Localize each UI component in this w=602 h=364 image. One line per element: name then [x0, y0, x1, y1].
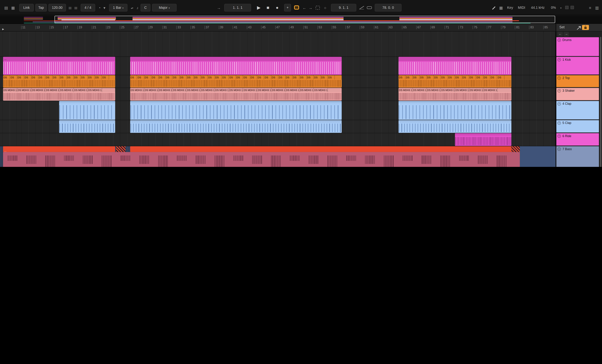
sample-rate-field[interactable]: 44.1 kHz	[529, 4, 547, 12]
follow-icon[interactable]: →	[216, 5, 222, 11]
key-map-button[interactable]: Key	[505, 4, 515, 12]
loop-length-field[interactable]: 78. 0. 0	[375, 4, 402, 12]
track-row-3-shaker[interactable]: DS MDH3 123DS MDH3 123DS MDH3 123DS MDH3…	[0, 88, 556, 101]
fold-icon[interactable]: ▾	[558, 134, 561, 138]
clip-5-clap[interactable]	[130, 120, 342, 133]
group-icon[interactable]: ●	[558, 38, 561, 42]
panel-toggle-icon[interactable]: ▥	[594, 5, 600, 11]
meter-lines-icon[interactable]: ≡	[587, 5, 593, 11]
track-row-5-clap[interactable]	[0, 120, 556, 133]
clip-label: DS	[420, 75, 427, 79]
clip-4-clap[interactable]	[59, 101, 115, 120]
track-header-6-ride[interactable]: ▾6 Ride	[556, 133, 599, 146]
arrangement-position-field[interactable]: 1. 1. 1	[224, 4, 251, 12]
clip-1-kick[interactable]	[130, 57, 342, 75]
clip-7-bass[interactable]	[511, 146, 520, 152]
clip-label: DS MDH3 123	[243, 88, 257, 92]
quantize-select[interactable]: 1 Bar▾	[109, 4, 128, 12]
panel-divider[interactable]	[556, 24, 556, 167]
clip-7-bass[interactable]	[3, 152, 520, 167]
sections-icon[interactable]: ▦	[10, 5, 16, 11]
clip-7-bass[interactable]: ...	[3, 146, 115, 152]
link-button[interactable]: Link	[19, 4, 34, 12]
key-scale-select[interactable]: Major▾	[152, 4, 177, 12]
window-icon[interactable]: ▤	[3, 5, 9, 11]
jump-left-button[interactable]: ←	[558, 32, 563, 36]
track-header-1-kick[interactable]: ▾1 Kick	[556, 57, 599, 75]
fold-icon[interactable]: ▾	[558, 58, 561, 61]
nudge-down-icon[interactable]: ||||	[68, 5, 73, 11]
clip-5-clap[interactable]	[398, 120, 511, 133]
capture-box-icon[interactable]	[316, 6, 320, 10]
clip-5-clap[interactable]	[59, 120, 115, 133]
bar-ruler[interactable]: 1113151719212325272931333537394143454749…	[0, 24, 556, 32]
key-root-select[interactable]: C	[140, 4, 150, 12]
arrangement-start-marker-icon[interactable]: ▶	[2, 28, 4, 30]
fold-icon[interactable]: ▾	[558, 102, 561, 106]
track-row-6-ride[interactable]	[0, 133, 556, 146]
track-header-3-shaker[interactable]: ▾3 Shaker	[556, 88, 599, 100]
scale-icon[interactable]: ♪	[135, 5, 140, 11]
fold-icon[interactable]: ▾	[558, 76, 561, 80]
track-header-7-bass[interactable]: ▾7 Bass	[556, 146, 599, 167]
clip-label: DS MDH3 123	[455, 88, 469, 92]
record-button[interactable]: ●	[273, 5, 281, 11]
track-header-4-clap[interactable]: ▾4 Clap	[556, 101, 599, 119]
clip-2-top[interactable]: DSDSDSDSDSDSDSDSDSDSDSDSDSDSDSDSDSDSDSDS…	[130, 75, 342, 87]
clip-7-bass[interactable]	[130, 146, 511, 152]
play-button[interactable]: ▶	[255, 5, 263, 11]
follow-arrow-icon[interactable]	[576, 25, 582, 32]
clip-label: DS MDH3 123	[229, 88, 243, 92]
stop-button[interactable]: ■	[264, 5, 272, 11]
set-button[interactable]: Set	[559, 25, 565, 29]
track-header-5-clap[interactable]: ▾5 Clap	[556, 120, 599, 133]
fold-icon[interactable]: ▾	[558, 121, 561, 125]
cpu-caret-icon[interactable]: ▾	[559, 5, 563, 11]
loop-start-field[interactable]: 9. 1. 1	[331, 4, 356, 12]
keymap-grid-icon[interactable]: ▦	[498, 5, 504, 11]
punch-in-icon[interactable]	[359, 5, 365, 11]
plus-button[interactable]: +	[284, 4, 291, 12]
clip-label: DS	[10, 75, 17, 79]
clip-2-top[interactable]: DSDSDSDSDSDSDSDSDSDSDSDSDSDSDS	[3, 75, 115, 87]
clip-1-kick[interactable]	[398, 57, 511, 75]
fold-icon[interactable]: ▾	[558, 89, 561, 93]
clip-3-shaker[interactable]: DS MDH3 123DS MDH3 123DS MDH3 123DS MDH3…	[398, 88, 511, 100]
track-header-drums[interactable]: ●Drums	[556, 37, 599, 56]
track-row-7-bass[interactable]: ...	[0, 146, 556, 167]
clip-7-bass[interactable]	[116, 146, 126, 152]
track-row-1-kick[interactable]: ...	[0, 57, 556, 75]
clip-6-ride[interactable]	[455, 133, 512, 146]
tempo-field[interactable]: 120.00	[48, 4, 66, 12]
fold-icon[interactable]: ▾	[558, 148, 561, 151]
track-row-drums[interactable]	[0, 37, 556, 57]
punch-circle-icon[interactable]: ○	[322, 5, 328, 11]
clip-1-kick[interactable]: ...	[3, 57, 115, 75]
jump-right-button[interactable]: →	[564, 32, 569, 36]
track-row-2-top[interactable]: DSDSDSDSDSDSDSDSDSDSDSDSDSDSDSDSDSDSDSDS…	[0, 75, 556, 88]
panel-scrollbar[interactable]	[600, 37, 601, 167]
forward-arrow-icon[interactable]: →	[308, 5, 313, 11]
track-header-2-top[interactable]: ▾2 Top	[556, 75, 599, 87]
cpu-meter[interactable]: 0%	[549, 4, 558, 12]
overdub-icon[interactable]	[294, 5, 299, 10]
clip-2-top[interactable]: DSDSDSDSDSDSDSDSDSDSDSDSDSDSDS	[398, 75, 511, 87]
tap-button[interactable]: Tap	[35, 4, 47, 12]
nudge-up-icon[interactable]: ||||	[73, 5, 78, 11]
arrangement-overview[interactable]	[0, 16, 602, 24]
clip-4-clap[interactable]	[130, 101, 342, 120]
midi-map-button[interactable]: MIDI	[516, 4, 527, 12]
metronome-icon[interactable]: ◔	[97, 5, 102, 11]
overview-viewport[interactable]	[54, 16, 555, 23]
clip-3-shaker[interactable]: DS MDH3 123DS MDH3 123DS MDH3 123DS MDH3…	[3, 88, 115, 100]
lock-icon[interactable]	[582, 25, 589, 30]
loop-button[interactable]	[366, 5, 373, 11]
time-signature-field[interactable]: 4 / 4	[81, 4, 95, 12]
clip-3-shaker[interactable]: DS MDH3 123DS MDH3 123DS MDH3 123DS MDH3…	[130, 88, 342, 100]
track-row-4-clap[interactable]	[0, 101, 556, 120]
draw-mode-pencil-icon[interactable]	[491, 5, 497, 11]
midi-arm-icon[interactable]: ▴▾	[130, 5, 134, 11]
clip-4-clap[interactable]	[398, 101, 511, 120]
back-arrow-icon[interactable]: ←	[302, 5, 307, 11]
metronome-caret-icon[interactable]: ▾	[103, 5, 106, 11]
